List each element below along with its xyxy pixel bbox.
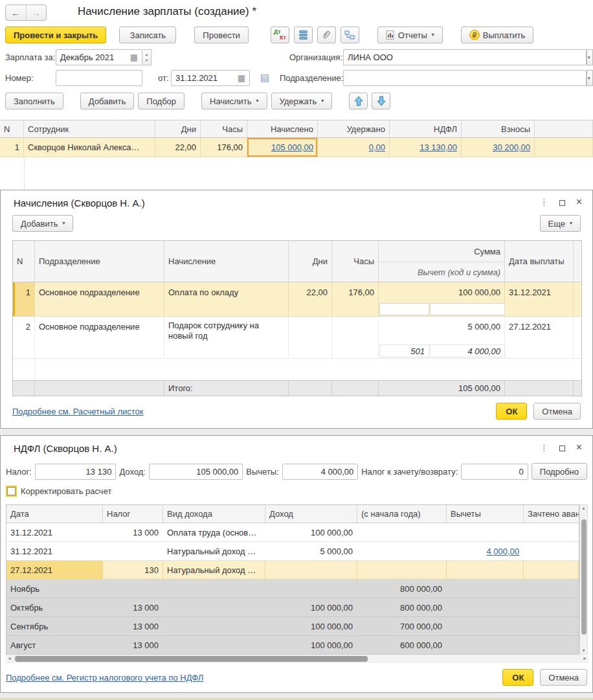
add-row-button[interactable]: Добавить — [80, 93, 134, 109]
horizontal-scrollbar[interactable]: ◄ ► — [6, 655, 588, 663]
contributions-link[interactable]: 30 200,00 — [493, 142, 530, 152]
ok-button[interactable]: ОК — [496, 403, 527, 420]
ndfl-month-row[interactable]: Август 13 000 100 000,00 600 000,00 — [6, 636, 579, 655]
vertical-scrollbar[interactable]: ▲ ▼ — [579, 504, 588, 654]
col-header-hours[interactable]: Часы — [332, 241, 379, 282]
col-header-contributions[interactable]: Взносы — [462, 120, 535, 137]
cell-hours[interactable] — [332, 317, 379, 358]
organization-input[interactable]: ЛИНА ООО — [343, 49, 587, 65]
list-icon[interactable]: ▤ — [260, 73, 269, 82]
accrual-row[interactable]: 2 Основное подразделение Подарок сотрудн… — [13, 317, 581, 359]
kebab-menu-icon[interactable]: ⋮ — [540, 443, 548, 453]
fill-button[interactable]: Заполнить — [5, 93, 63, 109]
scroll-right-icon[interactable]: ► — [583, 656, 587, 660]
accruals-more-button[interactable]: Еще ▾ — [540, 215, 581, 232]
cell-days[interactable] — [289, 317, 332, 358]
col-header-withheld[interactable]: Удержано — [318, 120, 390, 137]
employee-row[interactable]: 1 Скворцов Николай Алекса… 22,00 176,00 … — [0, 138, 593, 157]
cell-deduction-code[interactable] — [379, 303, 429, 315]
cell-deduction-sum[interactable]: 4 000,00 — [430, 344, 505, 357]
cell-pay-date[interactable]: 27.12.2021 — [505, 317, 574, 358]
col-header-accrual[interactable]: Начисление — [164, 241, 289, 282]
col-header-sum[interactable]: Сумма — [379, 241, 505, 262]
forward-button[interactable]: → — [26, 5, 47, 20]
ndfl-row[interactable]: 31.12.2021 13 000 Оплата труда (основ… 1… — [6, 523, 579, 542]
scrollbar-thumb[interactable] — [15, 656, 368, 662]
accrue-button[interactable]: Начислить ▾ — [201, 93, 267, 109]
post-button[interactable]: Провести — [194, 27, 249, 43]
cell-department[interactable]: Основное подразделение — [35, 317, 164, 358]
withheld-link[interactable]: 0,00 — [369, 142, 385, 152]
cancel-button[interactable]: Отмена — [533, 403, 581, 420]
cell-department[interactable]: Основное подразделение — [35, 282, 164, 316]
department-dropdown-button[interactable]: ▾ — [587, 70, 593, 86]
date-input[interactable]: 31.12.2021 ▦ — [171, 70, 250, 86]
col-header-ndfl[interactable]: НДФЛ — [390, 120, 462, 137]
spin-down-icon[interactable]: ▾ — [146, 58, 148, 63]
ndfl-row[interactable]: 31.12.2021 Натуральный доход … 5 000,00 … — [6, 542, 579, 561]
income-input[interactable]: 105 000,00 — [149, 464, 243, 480]
back-button[interactable]: ← — [6, 5, 26, 20]
scroll-down-icon[interactable]: ▼ — [580, 648, 587, 653]
ndfl-link[interactable]: 13 130,00 — [420, 142, 457, 152]
deductions-input[interactable]: 4 000,00 — [282, 464, 358, 480]
col-header-employee[interactable]: Сотрудник — [24, 120, 155, 137]
deduction-link[interactable]: 4 000,00 — [486, 547, 519, 556]
accruals-add-button[interactable]: Добавить ▾ — [12, 215, 73, 232]
col-header-ytd[interactable]: (с начала года) — [357, 505, 447, 523]
attachments-button[interactable] — [317, 27, 336, 43]
col-header-pay-date[interactable]: Дата выплаты — [505, 241, 574, 282]
calendar-icon[interactable]: ▦ — [238, 74, 245, 82]
adjust-calc-checkbox[interactable] — [7, 487, 16, 495]
period-spinner[interactable]: ▴ ▾ — [142, 49, 151, 65]
post-and-close-button[interactable]: Провести и закрыть — [5, 27, 106, 43]
details-button[interactable]: Подробно — [531, 463, 587, 480]
pick-button[interactable]: Подбор — [138, 93, 185, 109]
reports-button[interactable]: Отчеты ▾ — [377, 27, 443, 43]
col-header-days[interactable]: Дни — [289, 241, 332, 282]
cell-hours[interactable]: 176,00 — [332, 282, 379, 316]
close-icon[interactable]: × — [576, 197, 582, 207]
cell-withheld[interactable]: 0,00 — [318, 138, 390, 157]
scroll-up-icon[interactable]: ▲ — [580, 506, 587, 510]
col-header-n[interactable]: N — [13, 241, 35, 282]
dtkt-postings-button[interactable]: Дт Кт — [271, 27, 289, 43]
cell-deduction-code[interactable]: 501 — [379, 344, 429, 357]
maximize-icon[interactable] — [559, 200, 565, 206]
col-header-accrued[interactable]: Начислено — [247, 120, 318, 137]
scroll-left-icon[interactable]: ◄ — [7, 656, 12, 660]
col-header-income-type[interactable]: Вид дохода — [163, 505, 265, 523]
tax-register-link[interactable]: Подробнее см. Регистр налогового учета п… — [6, 673, 203, 683]
col-header-department[interactable]: Подразделение — [35, 241, 164, 282]
kebab-menu-icon[interactable]: ⋮ — [540, 198, 548, 207]
ndfl-month-row[interactable]: Октябрь 13 000 100 000,00 800 000,00 — [6, 598, 579, 617]
maximize-icon[interactable] — [559, 446, 565, 451]
cell-sum[interactable]: 100 000,00 — [379, 282, 505, 302]
cell-ndfl[interactable]: 13 130,00 — [390, 138, 462, 157]
accrual-row[interactable]: 1 Основное подразделение Оплата по оклад… — [13, 282, 581, 317]
save-button[interactable]: Записать — [119, 27, 176, 43]
scrollbar-thumb[interactable] — [581, 519, 587, 635]
offset-input[interactable]: 0 — [461, 464, 528, 480]
ndfl-month-row[interactable]: Ноябрь 800 000,00 — [6, 580, 579, 598]
calendar-icon[interactable]: ▦ — [130, 53, 138, 62]
salary-period-input[interactable]: Декабрь 2021 ▦ — [56, 49, 142, 65]
tax-input[interactable]: 13 130 — [35, 464, 116, 480]
cell-deductions[interactable]: 4 000,00 — [447, 542, 524, 560]
cell-hours[interactable]: 176,00 — [201, 138, 247, 157]
pay-button[interactable]: ₽ Выплатить — [461, 27, 534, 43]
ok-button[interactable]: ОК — [502, 669, 533, 686]
cancel-button[interactable]: Отмена — [540, 669, 587, 686]
cell-employee[interactable]: Скворцов Николай Алекса… — [24, 138, 155, 157]
cell-contributions[interactable]: 30 200,00 — [462, 138, 535, 157]
move-up-button[interactable] — [349, 93, 368, 109]
col-header-income[interactable]: Доход — [265, 505, 357, 523]
organization-dropdown-button[interactable]: ▾ — [587, 49, 593, 65]
withhold-button[interactable]: Удержать ▾ — [271, 93, 333, 109]
col-header-days[interactable]: Дни — [155, 120, 201, 137]
cell-accrual[interactable]: Подарок сотруднику на новый год — [164, 317, 289, 358]
spin-up-icon[interactable]: ▴ — [146, 52, 148, 57]
accrued-link[interactable]: 105 000,00 — [271, 142, 313, 152]
col-header-deduction[interactable]: Вычет (код и сумма) — [379, 262, 505, 282]
cell-accrual[interactable]: Оплата по окладу — [164, 282, 289, 316]
